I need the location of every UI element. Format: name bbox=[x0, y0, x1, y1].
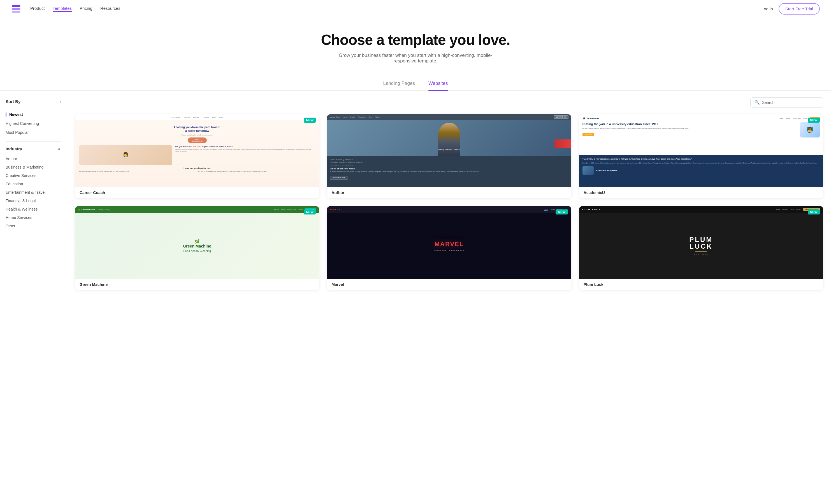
card-title-academicu: AcademicU bbox=[579, 187, 823, 198]
card-preview-plum-luck: NEW PLUM LUCK About Services Clients Con… bbox=[579, 206, 823, 279]
tab-landing-pages[interactable]: Landing Pages bbox=[383, 81, 415, 90]
svg-rect-2 bbox=[12, 11, 21, 13]
sort-newest[interactable]: Newest bbox=[6, 110, 61, 119]
industry-home[interactable]: Home Services bbox=[6, 213, 61, 222]
hero-section: Choose a template you love. Grow your bu… bbox=[0, 18, 831, 69]
template-card-plum-luck[interactable]: NEW PLUM LUCK About Services Clients Con… bbox=[579, 206, 823, 290]
main-layout: Sort By ‹ Newest Highest Converting Most… bbox=[0, 91, 831, 504]
card-title-author: Author bbox=[327, 187, 571, 198]
nav-templates[interactable]: Templates bbox=[53, 6, 72, 12]
industry-business[interactable]: Business & Marketing bbox=[6, 163, 61, 171]
new-badge-green-machine: NEW bbox=[304, 209, 316, 214]
template-grid: NEW Emily Willis Services Podcast Course… bbox=[75, 114, 823, 290]
card-preview-author: Lorena Flores Home Books Workshops Blog … bbox=[327, 114, 571, 187]
tab-bar: Landing Pages Websites bbox=[0, 81, 831, 91]
new-badge-academicu: NEW bbox=[808, 118, 820, 123]
card-title-green-machine: Green Machine bbox=[75, 279, 319, 290]
tab-websites[interactable]: Websites bbox=[428, 81, 448, 90]
template-card-academicu[interactable]: NEW 🎓 AcademicU Home Courses Campus Life… bbox=[579, 114, 823, 198]
template-card-author[interactable]: Lorena Flores Home Books Workshops Blog … bbox=[327, 114, 571, 198]
new-badge-plum-luck: NEW bbox=[808, 209, 820, 214]
template-card-green-machine[interactable]: NEW 🌿 Green Machine Cleaning Company Ser… bbox=[75, 206, 319, 290]
nav-resources[interactable]: Resources bbox=[100, 6, 120, 12]
hero-subtitle: Grow your business faster when you start… bbox=[332, 53, 499, 64]
card-preview-marvel: NEW MARVEL Home Classes Services About bbox=[327, 206, 571, 279]
search-icon: 🔍 bbox=[754, 100, 760, 105]
new-badge-marvel: NEW bbox=[555, 209, 568, 214]
industry-other[interactable]: Other bbox=[6, 222, 61, 230]
industry-collapse-icon[interactable]: ▲ bbox=[57, 146, 61, 151]
card-preview-academicu: NEW 🎓 AcademicU Home Courses Campus Life… bbox=[579, 114, 823, 187]
industry-entertainment[interactable]: Entertainment & Travel bbox=[6, 188, 61, 197]
collapse-button[interactable]: ‹ bbox=[60, 98, 61, 105]
login-button[interactable]: Log in bbox=[762, 6, 773, 11]
industry-author[interactable]: Author bbox=[6, 154, 61, 163]
card-title-plum-luck: Plum Luck bbox=[579, 279, 823, 290]
card-title-career-coach: Career Coach bbox=[75, 187, 319, 198]
card-title-marvel: Marvel bbox=[327, 279, 571, 290]
trial-button[interactable]: Start Free Trial bbox=[779, 3, 820, 14]
search-input[interactable] bbox=[762, 100, 819, 105]
sort-most-popular[interactable]: Most Popular bbox=[6, 128, 61, 137]
industry-financial[interactable]: Financial & Legal bbox=[6, 197, 61, 205]
logo[interactable] bbox=[11, 4, 21, 14]
hero-title: Choose a template you love. bbox=[6, 31, 825, 48]
svg-rect-0 bbox=[12, 5, 21, 7]
template-card-career-coach[interactable]: NEW Emily Willis Services Podcast Course… bbox=[75, 114, 319, 198]
search-box[interactable]: 🔍 bbox=[750, 97, 823, 108]
industry-education[interactable]: Education bbox=[6, 180, 61, 188]
content-area: 🔍 NEW Emily Willis Services Podcast Cour… bbox=[67, 91, 831, 504]
sidebar: Sort By ‹ Newest Highest Converting Most… bbox=[0, 91, 67, 504]
industry-health[interactable]: Health & Wellness bbox=[6, 205, 61, 213]
content-toolbar: 🔍 bbox=[75, 97, 823, 108]
new-badge-career-coach: NEW bbox=[304, 118, 316, 123]
navbar: Product Templates Pricing Resources Log … bbox=[0, 0, 831, 18]
card-preview-career-coach: NEW Emily Willis Services Podcast Course… bbox=[75, 114, 319, 187]
industry-label: Industry bbox=[6, 146, 22, 151]
sort-by-label: Sort By bbox=[6, 99, 21, 104]
nav-pricing[interactable]: Pricing bbox=[80, 6, 92, 12]
industry-creative[interactable]: Creative Services bbox=[6, 171, 61, 180]
nav-product[interactable]: Product bbox=[30, 6, 45, 12]
svg-rect-1 bbox=[12, 8, 21, 10]
card-preview-green-machine: NEW 🌿 Green Machine Cleaning Company Ser… bbox=[75, 206, 319, 279]
template-card-marvel[interactable]: NEW MARVEL Home Classes Services About bbox=[327, 206, 571, 290]
sort-highest-converting[interactable]: Highest Converting bbox=[6, 119, 61, 128]
